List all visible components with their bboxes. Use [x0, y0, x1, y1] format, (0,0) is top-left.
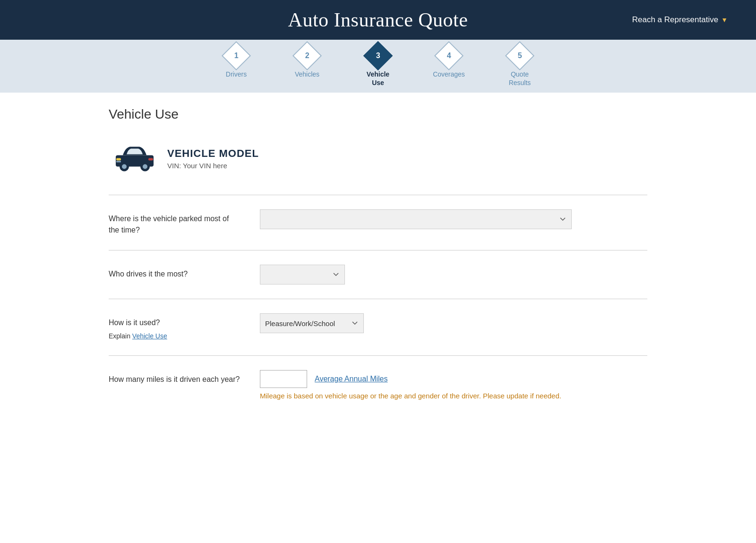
step-5-quote-results[interactable]: 5 QuoteResults: [484, 45, 555, 93]
driver-section: Who drives it the most?: [109, 250, 647, 299]
parking-select[interactable]: [260, 209, 572, 229]
step-4-number: 4: [447, 52, 451, 60]
svg-point-4: [143, 164, 147, 169]
miles-section: How many miles is it driven each year? A…: [109, 355, 647, 416]
usage-label-container: How is it used? Explain Vehicle Use: [109, 313, 241, 341]
parking-section: Where is the vehicle parked most of the …: [109, 195, 647, 250]
driver-row: Who drives it the most?: [109, 265, 647, 284]
miles-input[interactable]: [260, 370, 307, 388]
usage-select[interactable]: Pleasure/Work/School Business Farming Ar…: [260, 313, 364, 333]
vehicle-use-heading: Vehicle Use: [109, 107, 647, 122]
page-title: Auto Insurance Quote: [288, 9, 468, 31]
step-2-number: 2: [305, 52, 309, 60]
explain-prefix: Explain: [109, 332, 130, 340]
chevron-down-icon: ▼: [721, 16, 728, 24]
svg-rect-6: [148, 158, 153, 161]
driver-label: Who drives it the most?: [109, 265, 241, 280]
step-3-diamond: 3: [363, 41, 393, 70]
driver-control: [260, 265, 647, 284]
parking-label: Where is the vehicle parked most of the …: [109, 209, 241, 236]
svg-rect-7: [116, 161, 121, 163]
step-3-label: VehicleUse: [367, 70, 389, 93]
mileage-note: Mileage is based on vehicle usage or the…: [260, 391, 591, 402]
step-4-label: Coverages: [433, 70, 465, 84]
usage-section: How is it used? Explain Vehicle Use Plea…: [109, 299, 647, 355]
step-1-label: Drivers: [226, 70, 247, 84]
explain-link-container: Explain Vehicle Use: [109, 331, 241, 341]
step-1-drivers[interactable]: 1 Drivers: [201, 45, 272, 84]
miles-row-container: How many miles is it driven each year? A…: [109, 370, 647, 402]
svg-rect-5: [116, 158, 121, 161]
step-4-coverages[interactable]: 4 Coverages: [413, 45, 484, 84]
step-3-number: 3: [376, 52, 380, 60]
reach-representative-button[interactable]: Reach a Representative ▼: [632, 15, 728, 25]
page-header: Auto Insurance Quote Reach a Representat…: [0, 0, 756, 40]
vehicle-use-explain-link[interactable]: Vehicle Use: [132, 332, 167, 340]
step-2-diamond: 2: [292, 41, 322, 70]
miles-input-row: Average Annual Miles: [260, 370, 647, 388]
usage-control: Pleasure/Work/School Business Farming Ar…: [260, 313, 647, 333]
parking-control: [260, 209, 647, 229]
vehicle-info: VEHICLE MODEL VIN: Your VIN here: [167, 147, 259, 170]
step-5-number: 5: [518, 52, 522, 60]
vehicle-card: VEHICLE MODEL VIN: Your VIN here: [109, 141, 647, 176]
usage-row: How is it used? Explain Vehicle Use Plea…: [109, 313, 647, 341]
main-content: Vehicle Use: [80, 93, 676, 430]
step-3-vehicle-use[interactable]: 3 VehicleUse: [343, 45, 413, 93]
vehicle-vin: VIN: Your VIN here: [167, 162, 259, 170]
step-4-diamond: 4: [434, 41, 464, 70]
svg-point-2: [122, 164, 127, 169]
step-5-diamond: 5: [505, 41, 534, 70]
step-1-diamond: 1: [222, 41, 251, 70]
step-2-label: Vehicles: [295, 70, 319, 84]
miles-control: Average Annual Miles Mileage is based on…: [260, 370, 647, 402]
reach-rep-label: Reach a Representative: [632, 15, 718, 25]
step-2-vehicles[interactable]: 2 Vehicles: [272, 45, 343, 84]
usage-question: How is it used?: [109, 317, 241, 328]
car-icon: [113, 141, 156, 176]
driver-select[interactable]: [260, 265, 345, 284]
vehicle-model-name: VEHICLE MODEL: [167, 147, 259, 160]
progress-steps: 1 Drivers 2 Vehicles 3 VehicleUse 4 Cove…: [0, 40, 756, 93]
step-1-number: 1: [234, 52, 239, 60]
parking-row: Where is the vehicle parked most of the …: [109, 209, 647, 236]
miles-label: How many miles is it driven each year?: [109, 370, 241, 385]
average-annual-miles-link[interactable]: Average Annual Miles: [315, 375, 387, 383]
step-5-label: QuoteResults: [509, 70, 531, 93]
